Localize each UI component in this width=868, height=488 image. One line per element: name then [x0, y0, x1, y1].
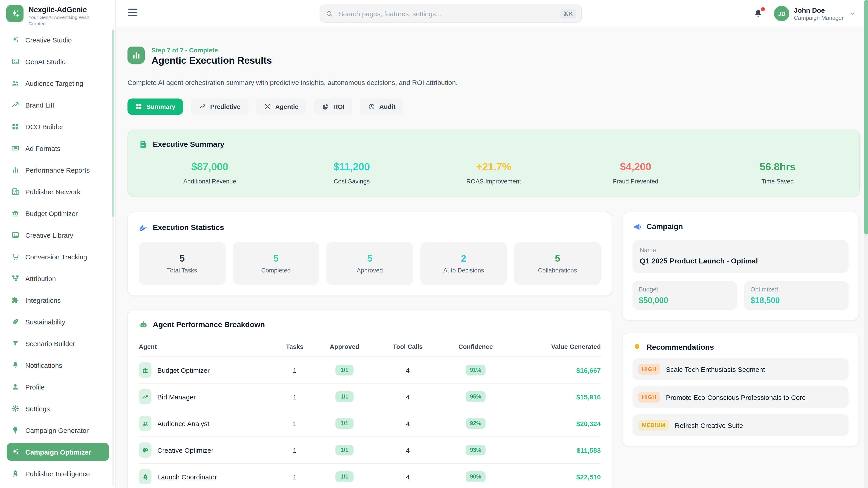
sparkles-icon: [11, 36, 20, 44]
brand: Nexgile-AdGenie Your GenAI Advertising W…: [0, 0, 115, 27]
user-icon: [11, 383, 20, 391]
rocket-icon: [11, 469, 20, 478]
stat-auto-decisions: 2 Auto Decisions: [421, 242, 507, 285]
table-row: Creative Optimizer 1 1/1 4 93% $11,583: [139, 437, 601, 464]
stat-approved: 5 Approved: [327, 242, 413, 285]
priority-badge: MEDIUM: [638, 420, 669, 431]
sidebar-item-creative-studio[interactable]: Creative Studio: [7, 31, 109, 49]
bulb-icon: [632, 343, 642, 352]
sidebar-item-settings[interactable]: Settings: [7, 399, 109, 418]
user-name: John Doe: [794, 6, 844, 14]
campaign-name: Q1 2025 Product Launch - Optimal: [640, 257, 841, 265]
sidebar-item-publisher-intelligence[interactable]: Publisher Intelligence: [7, 464, 109, 483]
executive-summary-card: Executive Summary $87,000 Additional Rev…: [127, 130, 860, 197]
sidebar-item-performance-reports[interactable]: Performance Reports: [7, 161, 109, 179]
recommendation-item[interactable]: HIGH Scale Tech Enthusiasts Segment: [632, 358, 848, 380]
search-icon: [326, 10, 333, 18]
tab-roi[interactable]: ROI: [314, 98, 352, 115]
priority-badge: HIGH: [638, 392, 660, 402]
bank-icon: [11, 209, 20, 217]
pie-chart-icon: [322, 103, 329, 110]
history-clock-icon: [368, 103, 375, 110]
sidebar-item-sustainability[interactable]: Sustainability: [7, 313, 109, 331]
confidence-badge: 90%: [466, 471, 485, 482]
step-label: Step 7 of 7 - Complete: [151, 46, 272, 54]
menu-toggle-button[interactable]: [128, 8, 137, 19]
campaign-title: Campaign: [647, 222, 683, 231]
tab-predictive[interactable]: Predictive: [191, 98, 248, 115]
confidence-badge: 93%: [466, 445, 485, 455]
agent-performance-title: Agent Performance Breakdown: [153, 320, 265, 329]
document-icon: [139, 140, 148, 149]
stat-total-tasks: 5 Total Tasks: [139, 242, 225, 285]
app-logo: [6, 5, 24, 22]
sidebar: Nexgile-AdGenie Your GenAI Advertising W…: [0, 0, 116, 488]
stat-completed: 5 Completed: [232, 242, 319, 285]
page-scrollbar[interactable]: [864, 0, 868, 234]
sidebar-item-conversion-tracking[interactable]: Conversion Tracking: [7, 248, 109, 266]
avatar: JD: [774, 6, 789, 21]
sidebar-item-scenario-builder[interactable]: Scenario Builder: [7, 334, 109, 352]
trending-up-icon: [139, 389, 151, 404]
main-content: Step 7 of 7 - Complete Agentic Execution…: [116, 27, 868, 488]
bank-icon: [139, 362, 151, 378]
users-icon: [11, 79, 20, 87]
leaf-icon: [11, 318, 20, 326]
trending-up-icon: [11, 101, 20, 109]
approved-badge: 1/1: [336, 365, 353, 376]
sidebar-item-profile[interactable]: Profile: [7, 378, 109, 396]
tab-summary[interactable]: Summary: [127, 98, 183, 115]
sidebar-item-campaign-optimizer[interactable]: Campaign Optimizer: [7, 443, 109, 461]
priority-badge: HIGH: [638, 364, 660, 375]
user-menu[interactable]: JD John Doe Campaign Manager: [774, 6, 856, 21]
campaign-budget: $50,000: [639, 296, 731, 305]
sidebar-item-dco-builder[interactable]: DCO Builder: [7, 118, 109, 135]
sidebar-item-audience-targeting[interactable]: Audience Targeting: [7, 74, 109, 92]
sidebar-item-campaign-generator[interactable]: Campaign Generator: [7, 421, 109, 439]
sidebar-item-notifications[interactable]: Notifications: [7, 356, 109, 374]
table-row: Budget Optimizer 1 1/1 4 91% $16,667: [139, 357, 601, 384]
metric-roas-improvement: +21.7% ROAS Improvement: [423, 161, 565, 185]
sidebar-item-creative-library[interactable]: Creative Library: [7, 226, 109, 244]
sidebar-item-budget-optimizer[interactable]: Budget Optimizer: [7, 204, 109, 222]
campaign-optimized: $18,500: [750, 296, 842, 305]
node-icon: [11, 274, 20, 283]
stat-collaborations: 5 Collaborations: [514, 242, 601, 285]
sidebar-nav: Creative Studio GenAI Studio Audience Ta…: [0, 27, 115, 488]
notification-dot: [761, 7, 765, 11]
metric-cost-savings: $11,200 Cost Savings: [281, 161, 423, 185]
megaphone-icon: [632, 222, 642, 231]
tab-agentic[interactable]: Agentic: [256, 98, 306, 115]
approved-badge: 1/1: [336, 445, 353, 455]
sidebar-item-brand-lift[interactable]: Brand Lift: [7, 96, 109, 114]
campaign-name-box: Name Q1 2025 Product Launch - Optimal: [632, 240, 848, 273]
app-tagline: Your GenAI Advertising Wish, Granted: [29, 14, 98, 27]
search-input[interactable]: [338, 9, 560, 18]
confidence-badge: 91%: [466, 365, 485, 376]
app-root: Nexgile-AdGenie Your GenAI Advertising W…: [0, 0, 868, 488]
bell-icon: [11, 361, 20, 369]
grid-icon: [11, 123, 20, 131]
metric-additional-revenue: $87,000 Additional Revenue: [139, 161, 281, 185]
metric-time-saved: 56.8hrs Time Saved: [707, 161, 848, 185]
image-icon: [11, 57, 20, 66]
recommendation-item[interactable]: HIGH Promote Eco-Conscious Professionals…: [632, 386, 848, 408]
palette-icon: [139, 442, 151, 458]
metric-fraud-prevented: $4,200 Fraud Prevented: [565, 161, 707, 185]
table-row: Launch Coordinator 1 1/1 4 90% $22,510: [139, 464, 601, 488]
sidebar-item-genai-studio[interactable]: GenAI Studio: [7, 53, 109, 70]
recommendations-card: Recommendations HIGH Scale Tech Enthusia…: [622, 332, 859, 447]
recommendation-item[interactable]: MEDIUM Refresh Creative Suite: [632, 414, 848, 436]
sidebar-item-ad-formats[interactable]: Ad Formats: [7, 139, 109, 157]
sidebar-item-integrations[interactable]: Integrations: [7, 291, 109, 309]
notifications-button[interactable]: [753, 8, 763, 19]
bulb-icon: [11, 426, 20, 434]
sidebar-item-publisher-network[interactable]: Publisher Network: [7, 183, 109, 201]
sidebar-scrollbar[interactable]: [112, 30, 114, 217]
cart-icon: [11, 253, 20, 261]
execution-statistics-card: Execution Statistics 5 Total Tasks 5 Com…: [127, 212, 612, 296]
sidebar-item-attribution[interactable]: Attribution: [7, 269, 109, 287]
tab-audit[interactable]: Audit: [360, 98, 403, 115]
table-row: Bid Manager 1 1/1 4 95% $15,916: [139, 384, 601, 410]
global-search[interactable]: ⌘K: [320, 4, 582, 23]
